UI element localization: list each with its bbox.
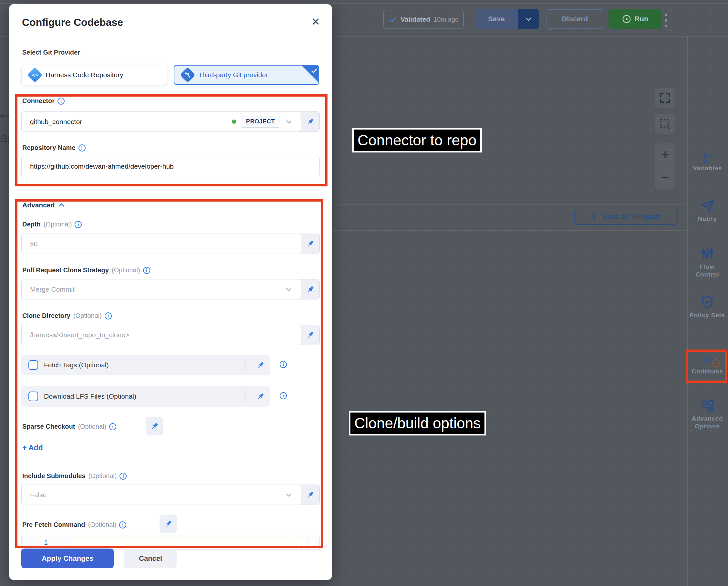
play-icon: [622, 14, 631, 24]
codebase-icon: </>▲: [700, 354, 714, 365]
pin-icon: [256, 392, 265, 401]
variables-icon: Σx: [688, 151, 727, 164]
download-lfs-row: Download LFS Files (Optional): [21, 386, 270, 407]
provider-label: Harness Code Repository: [46, 71, 123, 79]
run-button[interactable]: Run: [608, 9, 661, 29]
notify-icon: [700, 198, 715, 214]
pin-icon: [306, 239, 315, 249]
info-icon[interactable]: i: [78, 145, 85, 152]
info-icon[interactable]: i: [75, 221, 82, 228]
advanced-section-toggle[interactable]: Advanced: [22, 201, 55, 209]
validated-time: 10m ago: [434, 16, 459, 23]
connector-field: PROJECT: [21, 111, 320, 132]
save-options-button[interactable]: [518, 9, 539, 29]
info-icon[interactable]: i: [120, 473, 127, 480]
pin-icon: [306, 285, 315, 294]
sidebar-item-advanced-options[interactable]: Advanced Options: [688, 398, 727, 430]
optional-tag: (Optional): [78, 423, 106, 430]
pin-input-type-button[interactable]: [301, 485, 319, 505]
callout-clone-build-options: Clone/build options: [349, 411, 486, 435]
zoom-in-button[interactable]: +: [661, 147, 669, 163]
pin-icon: [256, 361, 265, 369]
pin-input-type-button[interactable]: [301, 234, 319, 254]
connector-scope-badge: PROJECT: [241, 116, 280, 128]
download-lfs-checkbox[interactable]: [28, 391, 38, 401]
repository-name-field: [21, 156, 320, 176]
pin-input-type-button[interactable]: [301, 279, 319, 299]
fullscreen-button[interactable]: [655, 88, 675, 108]
pin-input-type-button[interactable]: [251, 392, 270, 401]
chevron-down-icon[interactable]: [285, 491, 293, 499]
flow-control-icon: [700, 246, 715, 262]
connector-input[interactable]: [30, 118, 227, 126]
provider-harness-code-repository[interactable]: </> Harness Code Repository: [21, 65, 167, 85]
pre-fetch-command-label: Pre Fetch Command: [22, 521, 85, 529]
fullscreen-icon: [658, 92, 672, 104]
more-options-menu[interactable]: [665, 14, 668, 30]
info-icon[interactable]: i: [105, 312, 112, 320]
check-icon: [388, 15, 397, 24]
stage-connector-dash: [0, 115, 5, 117]
pin-input-type-button[interactable]: [251, 361, 270, 369]
chevron-down-icon[interactable]: [285, 286, 293, 293]
close-icon[interactable]: ✕: [311, 15, 320, 28]
clone-directory-input[interactable]: [30, 331, 293, 339]
pr-clone-strategy-select[interactable]: [30, 286, 280, 293]
provider-third-party-git[interactable]: Third-party Git provider: [174, 65, 319, 85]
marquee-select-icon: [658, 117, 672, 130]
top-divider: [0, 3, 728, 4]
include-submodules-label: Include Submodules: [22, 472, 85, 480]
repository-name-input[interactable]: [30, 162, 311, 170]
check-icon: [310, 67, 317, 74]
sidebar-item-label: Codebase: [688, 367, 727, 375]
configure-codebase-dialog: Configure Codebase ✕ Select Git Provider…: [9, 4, 332, 580]
pre-fetch-command-editor[interactable]: 1 ⤢: [21, 536, 320, 550]
chevron-up-icon[interactable]: [57, 201, 65, 209]
add-sparse-checkout-link[interactable]: + Add: [22, 443, 43, 452]
callout-connector-to-repo: Connector to repo: [352, 128, 482, 152]
provider-label: Third-party Git provider: [198, 71, 268, 79]
save-button[interactable]: Save: [475, 9, 518, 29]
download-lfs-label: Download LFS Files (Optional): [44, 392, 136, 400]
zoom-controls: + −: [655, 144, 675, 189]
validated-status-badge: Validated 10m ago: [383, 10, 464, 29]
upload-icon: [590, 212, 598, 221]
info-icon[interactable]: i: [57, 98, 64, 105]
selection-tool-button[interactable]: [655, 114, 675, 134]
pr-clone-strategy-label: Pull Request Clone Strategy: [22, 266, 109, 274]
discard-button[interactable]: Discard: [546, 9, 603, 29]
sidebar-item-codebase[interactable]: </>▲ Codebase: [688, 354, 727, 375]
info-icon[interactable]: i: [143, 267, 150, 274]
pin-input-type-button[interactable]: [301, 325, 319, 345]
sidebar-item-notify[interactable]: Notify: [688, 198, 727, 223]
info-icon[interactable]: i: [109, 423, 116, 430]
sidebar-item-flow-control[interactable]: Flow Control: [688, 246, 727, 278]
pin-input-type-button[interactable]: [160, 515, 177, 533]
apply-changes-button[interactable]: Apply Changes: [21, 549, 114, 568]
editor-line-number: 1: [22, 536, 70, 550]
sidebar-item-label: Policy Sets: [688, 311, 727, 319]
editor-code-area[interactable]: [70, 538, 315, 550]
pin-input-type-button[interactable]: [146, 417, 163, 435]
pin-icon: [164, 519, 173, 529]
selected-corner-badge: [301, 65, 319, 83]
info-icon[interactable]: i: [119, 521, 126, 529]
run-label: Run: [635, 15, 649, 23]
harness-code-icon: </>: [27, 67, 43, 83]
include-submodules-select[interactable]: [30, 491, 280, 499]
sidebar-item-policy-sets[interactable]: Policy Sets: [688, 295, 727, 319]
editor-expand-button[interactable]: ⤢: [292, 540, 308, 550]
fetch-tags-checkbox[interactable]: [28, 360, 38, 370]
sparse-checkout-label: Sparse Checkout: [22, 423, 75, 430]
chevron-down-icon[interactable]: [285, 118, 293, 126]
chevron-down-icon: [524, 15, 532, 23]
pin-input-type-button[interactable]: [301, 112, 319, 131]
save-as-template-button[interactable]: Save as Template: [574, 209, 678, 225]
depth-input[interactable]: [30, 240, 293, 248]
sidebar-item-label: Advanced Options: [688, 415, 727, 430]
sidebar-item-variables[interactable]: Σx Variables: [688, 151, 727, 172]
zoom-out-button[interactable]: −: [661, 169, 669, 185]
info-icon[interactable]: i: [280, 392, 287, 399]
info-icon[interactable]: i: [280, 361, 287, 368]
cancel-button[interactable]: Cancel: [124, 549, 177, 568]
